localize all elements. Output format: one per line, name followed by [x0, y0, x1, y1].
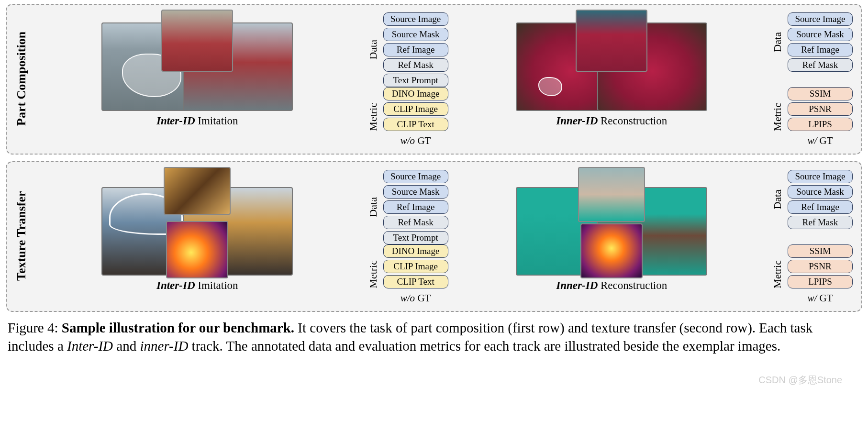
metric-stack: SSIM PSNR LPIPS w/ GT: [788, 244, 853, 304]
ref-image-sloth: [578, 167, 645, 222]
pill-ssim: SSIM: [788, 244, 853, 258]
pill-source-mask: Source Mask: [383, 185, 448, 199]
data-label: Data: [771, 32, 784, 52]
caption-t3: track. The annotated data and evaluation…: [188, 338, 780, 354]
panel-part-composition: Part Composition Inter-ID Imitation Data…: [6, 4, 862, 155]
data-stack: Source Image Source Mask Ref Image Ref M…: [788, 12, 853, 72]
metric-group: Metric SSIM PSNR LPIPS w/ GT: [771, 87, 853, 147]
caption-inner-id: Inner-ID Reconstruction: [556, 115, 667, 127]
image-block: Inner-ID Reconstruction: [459, 11, 765, 147]
pill-ref-image: Ref Image: [788, 43, 853, 56]
tags-col: Data Source Image Source Mask Ref Image …: [367, 11, 448, 147]
tags-col: Data Source Image Source Mask Ref Image …: [771, 168, 853, 304]
metric-stack: DINO Image CLIP Image CLIP Text w/o GT: [383, 87, 448, 147]
metric-stack: DINO Image CLIP Image CLIP Text w/o GT: [383, 244, 448, 304]
pill-source-image: Source Image: [788, 12, 853, 26]
figure-caption: Figure 4: Sample illustration for our be…: [6, 319, 862, 355]
data-label: Data: [367, 40, 379, 60]
depth-overlay-sloth: [580, 223, 643, 278]
pill-ref-image: Ref Image: [383, 43, 448, 56]
caption-inter-id: Inter-ID Imitation: [156, 115, 238, 127]
metric-stack: SSIM PSNR LPIPS w/ GT: [788, 87, 853, 147]
pill-source-mask: Source Mask: [383, 28, 448, 41]
pill-text-prompt: Text Prompt: [383, 74, 448, 87]
tags-col: Data Source Image Source Mask Ref Image …: [771, 11, 853, 147]
gt-line: w/ GT: [788, 135, 853, 147]
data-label: Data: [771, 189, 784, 210]
image-row: [459, 168, 765, 276]
depth-overlay: [166, 221, 228, 278]
data-label: Data: [367, 197, 379, 217]
inner-id-block-pc: Inner-ID Reconstruction Data Source Imag…: [459, 11, 853, 147]
metric-label: Metric: [367, 103, 379, 131]
data-stack: Source Image Source Mask Ref Image Ref M…: [383, 170, 448, 244]
pill-source-image: Source Image: [383, 12, 448, 26]
image-row: [34, 11, 360, 111]
metric-group: Metric DINO Image CLIP Image CLIP Text w…: [367, 87, 448, 147]
data-group: Data Source Image Source Mask Ref Image …: [367, 12, 448, 87]
inter-id-block-pc: Inter-ID Imitation Data Source Image Sou…: [34, 11, 448, 147]
pill-psnr: PSNR: [788, 102, 853, 116]
image-row: [34, 168, 360, 276]
pill-dino: DINO Image: [383, 87, 448, 100]
metric-label: Metric: [771, 260, 784, 288]
data-stack: Source Image Source Mask Ref Image Ref M…: [788, 170, 853, 229]
tags-col: Data Source Image Source Mask Ref Image …: [367, 168, 448, 304]
image-block: Inter-ID Imitation: [34, 11, 360, 147]
pill-text-prompt: Text Prompt: [383, 231, 448, 244]
inter-id-block-tt: Inter-ID Imitation Data Source Image Sou…: [34, 168, 448, 304]
pill-ref-image: Ref Image: [788, 200, 853, 214]
data-group: Data Source Image Source Mask Ref Image …: [771, 170, 853, 229]
source-mask-overlay: [538, 77, 562, 96]
pill-lpips: LPIPS: [788, 275, 853, 288]
gt-line: w/o GT: [383, 135, 448, 147]
pill-ssim: SSIM: [788, 87, 853, 100]
gt-line: w/o GT: [383, 292, 448, 304]
pill-dino: DINO Image: [383, 244, 448, 258]
pill-lpips: LPIPS: [788, 118, 853, 131]
data-group: Data Source Image Source Mask Ref Image …: [771, 12, 853, 72]
pill-ref-mask: Ref Mask: [383, 58, 448, 72]
pill-ref-mask: Ref Mask: [383, 216, 448, 229]
caption-t2: and: [113, 338, 140, 354]
image-block: Inter-ID Imitation: [34, 168, 360, 304]
row-label-texture-transfer: Texture Transfer: [13, 168, 30, 304]
metric-group: Metric DINO Image CLIP Image CLIP Text w…: [367, 244, 448, 304]
pill-psnr: PSNR: [788, 260, 853, 273]
pill-source-image: Source Image: [788, 170, 853, 183]
caption-i1: Inter-ID: [67, 338, 113, 354]
image-row: [459, 11, 765, 111]
metric-group: Metric SSIM PSNR LPIPS w/ GT: [771, 244, 853, 304]
pill-clip-image: CLIP Image: [383, 260, 448, 273]
pill-ref-image: Ref Image: [383, 200, 448, 214]
gt-line: w/ GT: [788, 292, 853, 304]
data-group: Data Source Image Source Mask Ref Image …: [367, 170, 448, 244]
caption-inner-id: Inner-ID Reconstruction: [556, 279, 667, 292]
ref-image-leopard: [164, 167, 231, 215]
ref-image-dog-scarf: [161, 10, 233, 72]
panel-texture-transfer: Texture Transfer Inter-ID Imitation Data…: [6, 161, 862, 312]
data-stack: Source Image Source Mask Ref Image Ref M…: [383, 12, 448, 87]
caption-inter-id: Inter-ID Imitation: [156, 279, 238, 292]
pill-ref-mask: Ref Mask: [788, 216, 853, 229]
metric-label: Metric: [771, 103, 784, 131]
inner-id-block-tt: Inner-ID Reconstruction Data Source Imag…: [459, 168, 853, 304]
pill-clip-text: CLIP Text: [383, 275, 448, 288]
figure-number: Figure 4:: [8, 320, 62, 335]
image-block: Inner-ID Reconstruction: [459, 168, 765, 304]
row-label-part-composition: Part Composition: [13, 11, 30, 147]
pill-clip-text: CLIP Text: [383, 118, 448, 131]
pill-ref-mask: Ref Mask: [788, 58, 853, 72]
caption-bold: Sample illustration for our benchmark.: [62, 320, 294, 335]
pill-source-mask: Source Mask: [788, 185, 853, 199]
ref-image-bag: [576, 10, 647, 72]
caption-i2: inner-ID: [140, 338, 188, 354]
metric-label: Metric: [367, 260, 379, 288]
pill-source-mask: Source Mask: [788, 28, 853, 41]
pill-clip-image: CLIP Image: [383, 102, 448, 116]
pill-source-image: Source Image: [383, 170, 448, 183]
